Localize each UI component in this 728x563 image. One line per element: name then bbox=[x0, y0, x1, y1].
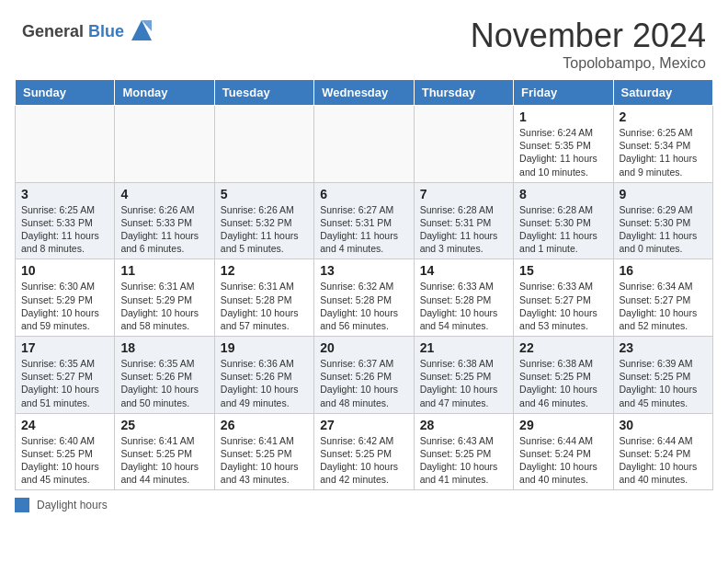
day-number: 26 bbox=[221, 418, 308, 432]
title-section: November 2024 Topolobampo, Mexico bbox=[471, 17, 706, 72]
calendar-table: Sunday Monday Tuesday Wednesday Thursday… bbox=[15, 79, 713, 490]
day-info: Sunrise: 6:35 AM Sunset: 5:27 PM Dayligh… bbox=[21, 357, 108, 409]
calendar-week-3: 10Sunrise: 6:30 AM Sunset: 5:29 PM Dayli… bbox=[16, 259, 713, 337]
day-info: Sunrise: 6:26 AM Sunset: 5:32 PM Dayligh… bbox=[221, 203, 308, 256]
day-info: Sunrise: 6:33 AM Sunset: 5:28 PM Dayligh… bbox=[420, 280, 507, 332]
calendar-week-1: 1Sunrise: 6:24 AM Sunset: 5:35 PM Daylig… bbox=[16, 106, 713, 183]
day-info: Sunrise: 6:31 AM Sunset: 5:28 PM Dayligh… bbox=[221, 280, 308, 332]
cal-cell: 23Sunrise: 6:39 AM Sunset: 5:25 PM Dayli… bbox=[613, 337, 712, 414]
header-saturday: Saturday bbox=[613, 80, 712, 106]
calendar-week-5: 24Sunrise: 6:40 AM Sunset: 5:25 PM Dayli… bbox=[16, 413, 713, 490]
cal-cell: 8Sunrise: 6:28 AM Sunset: 5:30 PM Daylig… bbox=[514, 182, 613, 259]
day-number: 29 bbox=[519, 418, 607, 432]
day-number: 8 bbox=[519, 187, 607, 201]
day-number: 25 bbox=[120, 418, 208, 432]
cal-cell: 16Sunrise: 6:34 AM Sunset: 5:27 PM Dayli… bbox=[613, 259, 712, 337]
day-number: 22 bbox=[519, 340, 607, 355]
calendar-week-2: 3Sunrise: 6:25 AM Sunset: 5:33 PM Daylig… bbox=[16, 182, 713, 259]
cal-cell: 13Sunrise: 6:32 AM Sunset: 5:28 PM Dayli… bbox=[314, 259, 414, 337]
cal-cell: 11Sunrise: 6:31 AM Sunset: 5:29 PM Dayli… bbox=[115, 259, 214, 337]
day-number: 9 bbox=[620, 187, 707, 201]
header-row: Sunday Monday Tuesday Wednesday Thursday… bbox=[16, 80, 713, 106]
cal-cell bbox=[314, 106, 414, 183]
header-monday: Monday bbox=[115, 80, 214, 106]
day-number: 5 bbox=[221, 187, 308, 201]
logo-line1: General bbox=[22, 22, 84, 40]
day-info: Sunrise: 6:42 AM Sunset: 5:25 PM Dayligh… bbox=[320, 434, 407, 487]
logo: General Blue bbox=[22, 17, 155, 48]
day-number: 10 bbox=[21, 263, 108, 278]
day-info: Sunrise: 6:28 AM Sunset: 5:31 PM Dayligh… bbox=[420, 203, 507, 256]
cal-cell bbox=[414, 106, 513, 183]
day-info: Sunrise: 6:38 AM Sunset: 5:25 PM Dayligh… bbox=[420, 357, 507, 409]
day-info: Sunrise: 6:36 AM Sunset: 5:26 PM Dayligh… bbox=[221, 357, 308, 409]
legend: Daylight hours bbox=[0, 490, 728, 520]
day-info: Sunrise: 6:27 AM Sunset: 5:31 PM Dayligh… bbox=[320, 203, 407, 256]
day-info: Sunrise: 6:29 AM Sunset: 5:30 PM Dayligh… bbox=[620, 203, 707, 256]
header-friday: Friday bbox=[514, 80, 613, 106]
day-info: Sunrise: 6:33 AM Sunset: 5:27 PM Dayligh… bbox=[519, 280, 607, 332]
logo-line2: Blue bbox=[88, 22, 124, 40]
cal-cell: 28Sunrise: 6:43 AM Sunset: 5:25 PM Dayli… bbox=[414, 413, 513, 490]
header-wednesday: Wednesday bbox=[314, 80, 414, 106]
cal-cell bbox=[214, 106, 313, 183]
day-number: 12 bbox=[221, 263, 308, 278]
day-number: 1 bbox=[519, 109, 607, 124]
day-number: 20 bbox=[320, 340, 407, 355]
calendar-week-4: 17Sunrise: 6:35 AM Sunset: 5:27 PM Dayli… bbox=[16, 337, 713, 414]
day-info: Sunrise: 6:31 AM Sunset: 5:29 PM Dayligh… bbox=[120, 280, 208, 332]
day-info: Sunrise: 6:44 AM Sunset: 5:24 PM Dayligh… bbox=[620, 434, 707, 487]
day-number: 24 bbox=[21, 418, 108, 432]
day-info: Sunrise: 6:41 AM Sunset: 5:25 PM Dayligh… bbox=[120, 434, 208, 487]
day-number: 17 bbox=[21, 340, 108, 355]
day-info: Sunrise: 6:35 AM Sunset: 5:26 PM Dayligh… bbox=[120, 357, 208, 409]
logo-icon bbox=[128, 17, 155, 48]
month-title: November 2024 bbox=[471, 17, 706, 55]
cal-cell: 22Sunrise: 6:38 AM Sunset: 5:25 PM Dayli… bbox=[514, 337, 613, 414]
cal-cell: 6Sunrise: 6:27 AM Sunset: 5:31 PM Daylig… bbox=[314, 182, 414, 259]
day-info: Sunrise: 6:26 AM Sunset: 5:33 PM Dayligh… bbox=[120, 203, 208, 256]
day-number: 19 bbox=[221, 340, 308, 355]
header-tuesday: Tuesday bbox=[214, 80, 313, 106]
cal-cell: 12Sunrise: 6:31 AM Sunset: 5:28 PM Dayli… bbox=[214, 259, 313, 337]
header-sunday: Sunday bbox=[16, 80, 115, 106]
cal-cell bbox=[115, 106, 214, 183]
day-info: Sunrise: 6:25 AM Sunset: 5:34 PM Dayligh… bbox=[620, 126, 707, 178]
day-info: Sunrise: 6:40 AM Sunset: 5:25 PM Dayligh… bbox=[21, 434, 108, 487]
cal-cell: 10Sunrise: 6:30 AM Sunset: 5:29 PM Dayli… bbox=[16, 259, 115, 337]
day-info: Sunrise: 6:43 AM Sunset: 5:25 PM Dayligh… bbox=[420, 434, 507, 487]
day-number: 2 bbox=[620, 109, 707, 124]
cal-cell: 25Sunrise: 6:41 AM Sunset: 5:25 PM Dayli… bbox=[115, 413, 214, 490]
cal-cell: 15Sunrise: 6:33 AM Sunset: 5:27 PM Dayli… bbox=[514, 259, 613, 337]
legend-label: Daylight hours bbox=[37, 499, 108, 511]
day-number: 13 bbox=[320, 263, 407, 278]
cal-cell: 18Sunrise: 6:35 AM Sunset: 5:26 PM Dayli… bbox=[115, 337, 214, 414]
day-number: 14 bbox=[420, 263, 507, 278]
day-number: 6 bbox=[320, 187, 407, 201]
cal-cell: 30Sunrise: 6:44 AM Sunset: 5:24 PM Dayli… bbox=[613, 413, 712, 490]
cal-cell: 2Sunrise: 6:25 AM Sunset: 5:34 PM Daylig… bbox=[613, 106, 712, 183]
cal-cell: 5Sunrise: 6:26 AM Sunset: 5:32 PM Daylig… bbox=[214, 182, 313, 259]
day-info: Sunrise: 6:37 AM Sunset: 5:26 PM Dayligh… bbox=[320, 357, 407, 409]
cal-cell: 19Sunrise: 6:36 AM Sunset: 5:26 PM Dayli… bbox=[214, 337, 313, 414]
cal-cell: 17Sunrise: 6:35 AM Sunset: 5:27 PM Dayli… bbox=[16, 337, 115, 414]
logo-text: General Blue bbox=[22, 22, 124, 42]
cal-cell: 1Sunrise: 6:24 AM Sunset: 5:35 PM Daylig… bbox=[514, 106, 613, 183]
cal-cell: 7Sunrise: 6:28 AM Sunset: 5:31 PM Daylig… bbox=[414, 182, 513, 259]
location: Topolobampo, Mexico bbox=[471, 55, 706, 72]
day-number: 23 bbox=[620, 340, 707, 355]
day-info: Sunrise: 6:24 AM Sunset: 5:35 PM Dayligh… bbox=[519, 126, 607, 178]
day-number: 16 bbox=[620, 263, 707, 278]
cal-cell: 3Sunrise: 6:25 AM Sunset: 5:33 PM Daylig… bbox=[16, 182, 115, 259]
cal-cell: 4Sunrise: 6:26 AM Sunset: 5:33 PM Daylig… bbox=[115, 182, 214, 259]
day-info: Sunrise: 6:25 AM Sunset: 5:33 PM Dayligh… bbox=[21, 203, 108, 256]
legend-icon bbox=[15, 498, 29, 512]
day-number: 4 bbox=[120, 187, 208, 201]
day-number: 27 bbox=[320, 418, 407, 432]
day-number: 15 bbox=[519, 263, 607, 278]
header-thursday: Thursday bbox=[414, 80, 513, 106]
day-info: Sunrise: 6:44 AM Sunset: 5:24 PM Dayligh… bbox=[519, 434, 607, 487]
header: General Blue November 2024 Topolobampo, … bbox=[0, 0, 728, 79]
cal-cell: 27Sunrise: 6:42 AM Sunset: 5:25 PM Dayli… bbox=[314, 413, 414, 490]
day-info: Sunrise: 6:38 AM Sunset: 5:25 PM Dayligh… bbox=[519, 357, 607, 409]
